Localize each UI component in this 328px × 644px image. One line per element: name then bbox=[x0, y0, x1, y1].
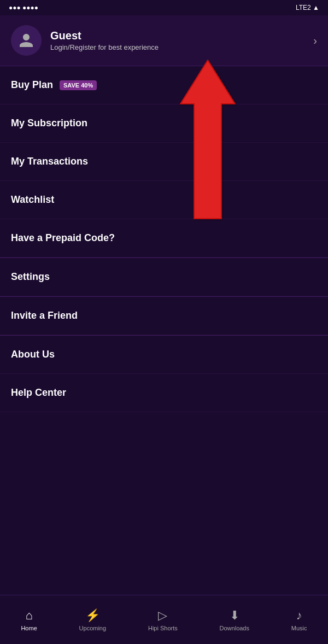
downloads-label: Downloads bbox=[220, 625, 249, 631]
status-bar-right: LTE2 ▲ bbox=[296, 4, 319, 11]
buy-plan-label: Buy Plan bbox=[11, 79, 53, 91]
downloads-icon: ⬇ bbox=[230, 608, 239, 623]
menu-item-my-subscription[interactable]: My Subscription bbox=[0, 104, 328, 143]
music-icon: ♪ bbox=[296, 608, 302, 623]
prepaid-code-label: Have a Prepaid Code? bbox=[11, 232, 115, 244]
username: Guest bbox=[50, 30, 159, 42]
my-subscription-label: My Subscription bbox=[11, 118, 87, 129]
hipi-shorts-icon: ▷ bbox=[158, 608, 167, 623]
nav-item-hipi-shorts[interactable]: ▷ Hipi Shorts bbox=[148, 608, 178, 631]
menu-item-help-center[interactable]: Help Center bbox=[0, 374, 328, 412]
upcoming-icon: ⚡ bbox=[85, 608, 100, 623]
settings-label: Settings bbox=[11, 271, 50, 283]
hipi-shorts-label: Hipi Shorts bbox=[148, 625, 178, 631]
menu-item-settings[interactable]: Settings bbox=[0, 258, 328, 296]
upcoming-label: Upcoming bbox=[79, 625, 107, 631]
save-badge: SAVE 40% bbox=[60, 80, 97, 90]
about-us-label: About Us bbox=[11, 349, 55, 360]
my-transactions-label: My Transactions bbox=[11, 156, 88, 167]
menu-list-3: Invite a Friend bbox=[0, 297, 328, 335]
chevron-right-icon: › bbox=[313, 34, 317, 47]
menu-item-buy-plan[interactable]: Buy Plan SAVE 40% bbox=[0, 66, 328, 104]
invite-friend-label: Invite a Friend bbox=[11, 310, 78, 321]
menu-item-about-us[interactable]: About Us bbox=[0, 336, 328, 374]
status-bar-left: ●●● ●●●● bbox=[9, 4, 38, 11]
help-center-label: Help Center bbox=[11, 387, 66, 399]
menu-item-invite-friend[interactable]: Invite a Friend bbox=[0, 297, 328, 335]
music-label: Music bbox=[291, 625, 307, 631]
user-subtitle: Login/Register for best experience bbox=[50, 43, 159, 51]
user-text: Guest Login/Register for best experience bbox=[50, 30, 159, 51]
menu-item-watchlist[interactable]: Watchlist bbox=[0, 181, 328, 219]
nav-item-downloads[interactable]: ⬇ Downloads bbox=[220, 608, 249, 631]
home-label: Home bbox=[21, 625, 37, 631]
buy-plan-row: Buy Plan SAVE 40% bbox=[11, 79, 97, 91]
avatar bbox=[11, 25, 42, 56]
watchlist-label: Watchlist bbox=[11, 194, 54, 206]
status-bar: ●●● ●●●● LTE2 ▲ bbox=[0, 0, 328, 15]
nav-item-home[interactable]: ⌂ Home bbox=[21, 608, 37, 631]
nav-item-upcoming[interactable]: ⚡ Upcoming bbox=[79, 608, 107, 631]
menu-list: Buy Plan SAVE 40% My Subscription My Tra… bbox=[0, 66, 328, 257]
user-header[interactable]: Guest Login/Register for best experience… bbox=[0, 15, 328, 66]
menu-item-my-transactions[interactable]: My Transactions bbox=[0, 143, 328, 181]
menu-list-2: Settings bbox=[0, 258, 328, 296]
user-info: Guest Login/Register for best experience bbox=[11, 25, 159, 56]
avatar-icon bbox=[18, 32, 34, 49]
menu-item-prepaid-code[interactable]: Have a Prepaid Code? bbox=[0, 219, 328, 257]
menu-list-4: About Us Help Center bbox=[0, 336, 328, 412]
bottom-nav: ⌂ Home ⚡ Upcoming ▷ Hipi Shorts ⬇ Downlo… bbox=[0, 595, 328, 644]
nav-item-music[interactable]: ♪ Music bbox=[291, 608, 307, 631]
home-icon: ⌂ bbox=[25, 608, 32, 623]
